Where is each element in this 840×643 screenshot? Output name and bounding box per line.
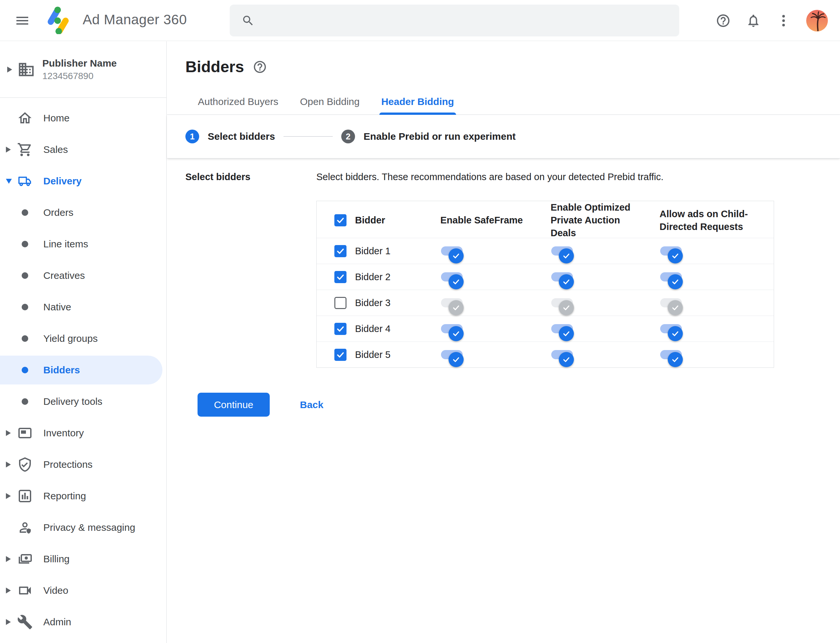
tab-bar: Authorized Buyers Open Bidding Header Bi… <box>167 96 840 115</box>
sidebar-nav: Home Sales Delivery Orders Line items <box>0 98 167 638</box>
chevron-right-icon <box>6 619 11 625</box>
tab-open-bidding[interactable]: Open Bidding <box>300 96 360 114</box>
step-enable-prebid: 2 Enable Prebid or run experiment <box>341 130 515 144</box>
search-icon <box>242 14 255 27</box>
home-icon <box>17 110 33 126</box>
video-camera-icon <box>17 583 33 598</box>
sidebar-item-home[interactable]: Home <box>0 102 167 134</box>
sidebar-item-billing[interactable]: Billing <box>0 543 167 575</box>
row-checkbox[interactable] <box>334 349 346 361</box>
bullet-icon <box>17 331 33 346</box>
column-header-child-directed: Allow ads on Child-Directed Requests <box>660 208 774 233</box>
chevron-right-icon <box>6 147 11 153</box>
page-help-icon[interactable] <box>253 60 267 74</box>
sidebar-item-yield-groups[interactable]: Yield groups <box>0 323 167 354</box>
column-header-bidder: Bidder <box>355 215 385 226</box>
bidders-table: Bidder Enable SafeFrame Enable Optimized… <box>316 201 774 368</box>
sidebar-item-native[interactable]: Native <box>0 291 167 323</box>
step-select-bidders: 1 Select bidders <box>185 130 275 144</box>
publisher-switcher[interactable]: Publisher Name 1234567890 <box>0 41 167 98</box>
main-content: Bidders Authorized Buyers Open Bidding H… <box>167 41 840 643</box>
tab-authorized-buyers[interactable]: Authorized Buyers <box>198 96 278 114</box>
column-header-safeframe: Enable SafeFrame <box>440 214 551 227</box>
topbar-actions <box>716 0 828 41</box>
sidebar-item-admin[interactable]: Admin <box>0 606 167 638</box>
search-bar[interactable] <box>230 5 679 36</box>
table-row-bidder-5: Bidder 5 <box>317 341 774 367</box>
table-row-bidder-1: Bidder 1 <box>317 238 774 264</box>
step-number-badge: 1 <box>185 130 199 144</box>
chevron-right-icon <box>6 462 11 467</box>
bidder-name: Bidder 1 <box>355 246 391 256</box>
sidebar-item-protections[interactable]: Protections <box>0 449 167 480</box>
chevron-right-icon <box>7 67 12 72</box>
select-bidders-section: Select bidders Select bidders. These rec… <box>167 158 840 417</box>
publisher-name: Publisher Name <box>42 58 117 69</box>
bar-chart-icon <box>17 488 33 504</box>
ad-unit-window-icon <box>17 425 33 441</box>
table-row-bidder-2: Bidder 2 <box>317 264 774 290</box>
bidder-name: Bidder 3 <box>355 297 391 308</box>
top-app-bar: Ad Manager 360 <box>0 0 840 41</box>
sidebar: Publisher Name 1234567890 Home Sales Del… <box>0 41 167 643</box>
step-number-badge: 2 <box>341 130 355 144</box>
section-description: Select bidders. These recommendations ar… <box>316 158 840 183</box>
section-label: Select bidders <box>185 171 250 183</box>
sidebar-item-bidders[interactable]: Bidders <box>0 354 167 386</box>
publisher-id: 1234567890 <box>42 71 117 82</box>
bullet-icon <box>17 362 33 378</box>
app-title: Ad Manager 360 <box>83 12 187 28</box>
more-options-kebab-icon[interactable] <box>776 13 791 28</box>
back-link[interactable]: Back <box>300 399 324 410</box>
sidebar-item-delivery-tools[interactable]: Delivery tools <box>0 386 167 417</box>
ad-manager-logo-icon <box>45 7 73 34</box>
table-row-bidder-3: Bidder 3 <box>317 290 774 316</box>
palm-tree-avatar-image <box>806 10 828 31</box>
help-icon[interactable] <box>716 13 731 28</box>
building-icon <box>17 61 35 78</box>
sidebar-item-reporting[interactable]: Reporting <box>0 480 167 512</box>
sidebar-item-delivery[interactable]: Delivery <box>0 165 167 197</box>
chevron-right-icon <box>6 430 11 436</box>
row-checkbox[interactable] <box>334 323 346 335</box>
row-checkbox[interactable] <box>334 245 346 257</box>
step-connector-line <box>283 136 333 137</box>
bullet-icon <box>17 205 33 220</box>
wrench-icon <box>17 614 33 630</box>
notifications-bell-icon[interactable] <box>746 13 761 28</box>
truck-icon <box>17 173 33 189</box>
table-row-bidder-4: Bidder 4 <box>317 316 774 341</box>
sidebar-item-privacy-messaging[interactable]: Privacy & messaging <box>0 512 167 543</box>
avatar[interactable] <box>806 10 828 31</box>
chevron-right-icon <box>6 556 11 562</box>
money-icon <box>17 551 33 567</box>
sidebar-item-creatives[interactable]: Creatives <box>0 260 167 291</box>
row-checkbox[interactable] <box>334 271 346 283</box>
bullet-icon <box>17 299 33 315</box>
sidebar-item-sales[interactable]: Sales <box>0 134 167 165</box>
table-body: Bidder 1 Bidder 2 <box>317 238 774 367</box>
cart-icon <box>17 142 33 157</box>
chevron-right-icon <box>6 588 11 594</box>
bullet-icon <box>17 394 33 410</box>
sidebar-item-video[interactable]: Video <box>0 575 167 606</box>
bidder-name: Bidder 2 <box>355 272 391 282</box>
sidebar-item-orders[interactable]: Orders <box>0 197 167 228</box>
tab-header-bidding[interactable]: Header Bidding <box>381 96 454 114</box>
page-title: Bidders <box>185 58 244 76</box>
bullet-icon <box>17 268 33 284</box>
column-header-optimized-deals: Enable Optimized Private Auction Deals <box>551 201 660 240</box>
bullet-icon <box>17 236 33 252</box>
select-all-checkbox[interactable] <box>334 214 346 226</box>
search-input[interactable] <box>263 15 679 26</box>
sidebar-item-line-items[interactable]: Line items <box>0 228 167 260</box>
bidder-name: Bidder 4 <box>355 323 391 334</box>
row-checkbox[interactable] <box>334 297 346 309</box>
person-shield-icon <box>17 520 33 535</box>
chevron-right-icon <box>6 493 11 499</box>
sidebar-item-inventory[interactable]: Inventory <box>0 417 167 449</box>
table-header-row: Bidder Enable SafeFrame Enable Optimized… <box>317 201 774 238</box>
menu-icon[interactable] <box>15 13 30 29</box>
continue-button[interactable]: Continue <box>198 393 270 417</box>
bidder-name: Bidder 5 <box>355 349 391 360</box>
